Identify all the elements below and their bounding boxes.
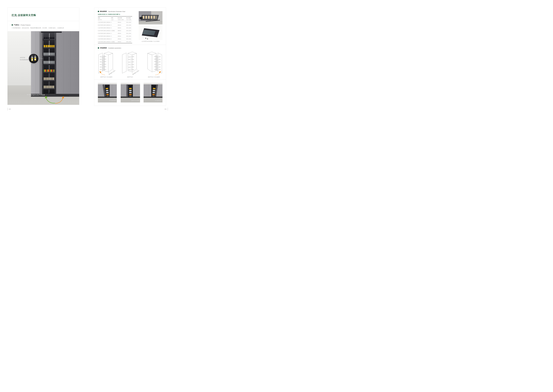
basket-tier — [43, 77, 55, 81]
open-door-panel — [126, 84, 128, 97]
spec-table: 规格(W*D*H) 层数Layer 柜体宽度Cabinet width 柜内宽度… — [98, 16, 132, 43]
dimension-note: 柜内深度 ≥520mm — [109, 70, 115, 75]
basket-tray — [43, 64, 55, 65]
basket-tier — [43, 52, 55, 57]
product-photo: 全铝支架 前后氛围硅胶灯 灯光轴承旋转全铝平开拉篮 — [7, 31, 79, 105]
basket-tier — [43, 36, 55, 41]
bullet-dot-icon: • — [35, 27, 36, 28]
callout-label-line2: 前后氛围硅胶灯 — [20, 59, 29, 61]
col-header: 规格(W*D*H) — [98, 17, 111, 20]
glass-bottles — [44, 61, 55, 64]
basket-tray — [43, 39, 55, 41]
install-heading-en: / Installation parameters — [108, 47, 121, 49]
ceiling — [121, 83, 140, 84]
spec-heading: 规格参数图 / Specification Parameter Chart — [98, 11, 125, 12]
ceiling — [98, 83, 117, 84]
table-row: C:244*505*(1650-1950)mm6300mm264 ±2mm — [98, 27, 132, 29]
detail-callout-circle — [29, 54, 39, 64]
spec-photo-glass-basket — [139, 26, 162, 40]
pullout-unit — [43, 33, 55, 94]
catalog-spread: 灯光·全铝旋转太空舱 Revolving Tall Unit 产品特点 / Pr… — [0, 0, 171, 112]
basket-tray — [43, 47, 55, 49]
col-header: 柜内宽度Inner width — [126, 17, 132, 20]
feature-bullet: •联动结构、省力静音、大容量大收纳、二边氛围光源 — [35, 27, 64, 29]
table-row: F:344*505*(1350-1650)mm5400mm364 ±2mm — [98, 35, 132, 38]
dimension-note: 柜内深度 ≥520mm — [132, 70, 139, 75]
clip — [147, 39, 148, 39]
green-arrow-arc — [46, 98, 55, 103]
cans-dark — [44, 37, 55, 39]
baseboard — [144, 97, 162, 98]
effect-photo-rotate-right: 向右旋转效果 — [144, 83, 162, 102]
table-row: D:244*505*(1950-2200)mm6 (加高)300mm264 ±2… — [98, 29, 132, 32]
spec-heading-en: / Specification Parameter Chart — [108, 11, 125, 12]
right-page: 规格参数图 / Specification Parameter Chart GS… — [94, 7, 166, 106]
cabinet-seam — [70, 31, 71, 94]
install-diagram-rotate-left: 柜内深度 ≥520mm — [97, 50, 115, 76]
top-hardware — [41, 31, 62, 33]
page-number-left: 143 — [9, 109, 11, 110]
effect-photo-rotate-left: 向左旋转效果 — [98, 83, 117, 102]
effect-caption: 向右旋转效果 — [155, 100, 162, 102]
baseboard — [121, 97, 140, 98]
basket-tray — [43, 80, 55, 81]
install-diagram-pullout: 柜内深度 ≥520mm — [121, 50, 139, 76]
divider — [94, 45, 166, 45]
spec-table-header: 规格(W*D*H) 层数Layer 柜体宽度Cabinet width 柜内宽度… — [98, 16, 132, 21]
bottle — [31, 57, 33, 61]
section-marker-icon — [98, 47, 99, 49]
bullet-dot-icon: • — [12, 27, 12, 28]
section-marker-icon — [98, 11, 99, 12]
rotation-arrows — [41, 95, 64, 104]
pullout-unit — [129, 85, 132, 96]
callout-label-line1: 全铝支架 — [20, 56, 29, 59]
spec-photo-basket-in-cabinet — [139, 11, 162, 24]
diagram-caption: 篮体平拉出 向左边旋转 — [97, 76, 115, 78]
basket-tray — [43, 72, 55, 73]
features-heading: 产品特点 / Product Features — [12, 24, 31, 26]
table-row: E:344*505*(1050-1350)mm4400mm364 ±2mm — [98, 32, 132, 35]
left-page: 灯光·全铝旋转太空舱 Revolving Tall Unit 产品特点 / Pr… — [7, 7, 79, 105]
table-row: A:244*505*(1050-1350)mm4300mm264 ±2mm — [98, 21, 132, 24]
features-heading-en: / Product Features — [20, 24, 31, 26]
diagram-caption: 篮体平拉出 — [121, 76, 139, 78]
floor — [139, 21, 162, 24]
spec-heading-zh: 规格参数图 — [100, 11, 107, 12]
glass-basket — [141, 15, 158, 20]
page-subtitle: Revolving Tall Unit — [12, 16, 22, 17]
feature-text: 内含8轴承旋转、全铝合金支架、内嵌硅胶灯条 — [13, 27, 37, 28]
install-heading: 安装参数图 / Installation parameters — [98, 47, 121, 49]
basket-tray — [43, 88, 55, 90]
col-header: 柜体宽度Cabinet width — [118, 17, 126, 20]
glass-bottles — [44, 53, 55, 56]
col-header: 层数Layer — [111, 17, 118, 20]
spec-photo-caption: 全内部棒卯结构玻璃篮·不见任何螺丝 — [137, 41, 164, 42]
effect-photo-pullout: 篮体平拉出效果 — [121, 83, 140, 102]
open-door-panel — [39, 31, 42, 94]
callout-label: 全铝支架 前后氛围硅胶灯 — [20, 56, 29, 61]
clip — [145, 38, 146, 39]
page-number-rule — [7, 108, 8, 110]
sake-bottles — [143, 16, 156, 19]
feature-bullet: •内含8轴承旋转、全铝合金支架、内嵌硅胶灯条 — [12, 27, 37, 29]
features-heading-zh: 产品特点 — [14, 24, 19, 26]
table-row: G:344*505*(1650-1950)mm6400mm364 ±2mm — [98, 38, 132, 40]
basket-tier — [43, 85, 55, 90]
sake-bottles — [44, 77, 55, 80]
drive-box — [140, 17, 143, 19]
basket-tray — [43, 56, 55, 57]
diagram-caption: 篮体平拉出 向右边旋转 — [145, 76, 163, 78]
feature-text: 联动结构、省力静音、大容量大收纳、二边氛围光源 — [36, 27, 64, 28]
orange-arrow-arc — [55, 98, 63, 103]
ceiling — [144, 83, 162, 84]
install-diagram-rotate-right — [145, 50, 163, 76]
sake-bottles — [44, 86, 55, 88]
basket-tier — [43, 60, 55, 65]
section-marker-icon — [12, 24, 13, 26]
table-row: B:244*505*(1350-1650)mm5300mm264 ±2mm — [98, 24, 132, 27]
basket-tier — [43, 44, 55, 49]
install-heading-zh: 安装参数图 — [100, 47, 107, 49]
bottle — [35, 56, 36, 61]
cans-yellow — [44, 45, 55, 47]
orange-arrow-head-icon — [62, 96, 64, 98]
